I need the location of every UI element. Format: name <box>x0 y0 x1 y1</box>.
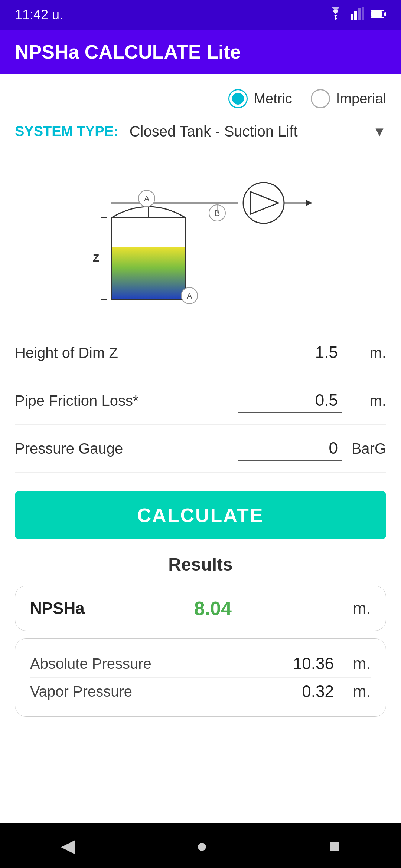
pipe-friction-unit: m. <box>342 392 386 409</box>
absolute-pressure-unit: m. <box>341 654 371 673</box>
vapor-pressure-unit: m. <box>341 682 371 701</box>
wifi-icon <box>327 7 344 23</box>
svg-text:Z: Z <box>93 252 99 264</box>
svg-rect-3 <box>358 8 361 20</box>
chevron-down-icon: ▼ <box>373 124 386 139</box>
system-type-label: SYSTEM TYPE: <box>15 124 118 139</box>
npsha-row: NPSHa 8.04 m. <box>30 597 371 619</box>
imperial-label: Imperial <box>336 91 386 107</box>
svg-text:A: A <box>144 194 150 203</box>
pipe-friction-input[interactable] <box>238 388 342 413</box>
npsha-card: NPSHa 8.04 m. <box>15 586 386 631</box>
unit-selector: Metric Imperial <box>15 89 386 108</box>
height-z-unit: m. <box>342 345 386 361</box>
svg-rect-4 <box>362 7 364 20</box>
height-z-row: Height of Dim Z m. <box>15 329 386 377</box>
recent-button[interactable]: ■ <box>329 835 340 857</box>
system-type-value: Closed Tank - Suction Lift <box>130 123 298 140</box>
app-title: NPSHa CALCULATE Lite <box>15 41 241 63</box>
calculate-button[interactable]: CALCULATE <box>15 491 386 539</box>
svg-rect-1 <box>351 14 353 20</box>
metric-radio[interactable] <box>228 89 248 108</box>
pressure-gauge-unit: BarG <box>342 440 386 457</box>
system-type-select[interactable]: Closed Tank - Suction Lift ▼ <box>130 119 386 144</box>
pipe-friction-row: Pipe Friction Loss* m. <box>15 377 386 425</box>
system-diagram: Z A B A <box>82 158 319 314</box>
metric-label: Metric <box>254 91 292 107</box>
absolute-pressure-value: 10.36 <box>293 654 334 673</box>
svg-rect-9 <box>112 247 185 299</box>
system-type-row: SYSTEM TYPE: Closed Tank - Suction Lift … <box>15 119 386 144</box>
imperial-option[interactable]: Imperial <box>311 89 386 108</box>
svg-marker-20 <box>306 200 312 206</box>
app-bar: NPSHa CALCULATE Lite <box>0 30 401 74</box>
npsha-unit: m. <box>341 599 371 618</box>
diagram-container: Z A B A <box>15 158 386 314</box>
status-bar: 11:42 u. <box>0 0 401 30</box>
svg-rect-7 <box>384 12 386 16</box>
results-title: Results <box>15 554 386 575</box>
home-button[interactable]: ● <box>196 835 208 857</box>
svg-rect-2 <box>354 11 357 20</box>
svg-rect-6 <box>371 11 382 17</box>
status-icons <box>327 7 386 23</box>
height-z-input[interactable] <box>238 340 342 365</box>
imperial-radio[interactable] <box>311 89 330 108</box>
npsha-value: 8.04 <box>194 597 232 619</box>
nav-bar: ◀ ● ■ <box>0 823 401 868</box>
vapor-pressure-label: Vapor Pressure <box>30 683 132 700</box>
absolute-pressure-label: Absolute Pressure <box>30 655 151 672</box>
signal-icon <box>351 7 364 23</box>
status-time: 11:42 u. <box>15 7 63 23</box>
pipe-friction-label: Pipe Friction Loss* <box>15 392 238 409</box>
pressure-gauge-label: Pressure Gauge <box>15 440 238 457</box>
metric-option[interactable]: Metric <box>228 89 292 108</box>
absolute-pressure-row: Absolute Pressure 10.36 m. <box>30 650 371 677</box>
details-card: Absolute Pressure 10.36 m. Vapor Pressur… <box>15 638 386 717</box>
results-section: Results NPSHa 8.04 m. Absolute Pressure … <box>15 554 386 717</box>
pressure-gauge-row: Pressure Gauge BarG <box>15 425 386 473</box>
input-fields: Height of Dim Z m. Pipe Friction Loss* m… <box>15 329 386 473</box>
main-content: Metric Imperial SYSTEM TYPE: Closed Tank… <box>0 74 401 823</box>
back-button[interactable]: ◀ <box>61 835 75 857</box>
svg-text:A: A <box>187 291 192 300</box>
vapor-pressure-row: Vapor Pressure 0.32 m. <box>30 677 371 705</box>
npsha-label: NPSHa <box>30 599 85 618</box>
height-z-label: Height of Dim Z <box>15 345 238 361</box>
svg-point-0 <box>335 17 337 20</box>
battery-icon <box>371 7 386 23</box>
vapor-pressure-value: 0.32 <box>302 682 334 701</box>
pressure-gauge-input[interactable] <box>238 436 342 461</box>
